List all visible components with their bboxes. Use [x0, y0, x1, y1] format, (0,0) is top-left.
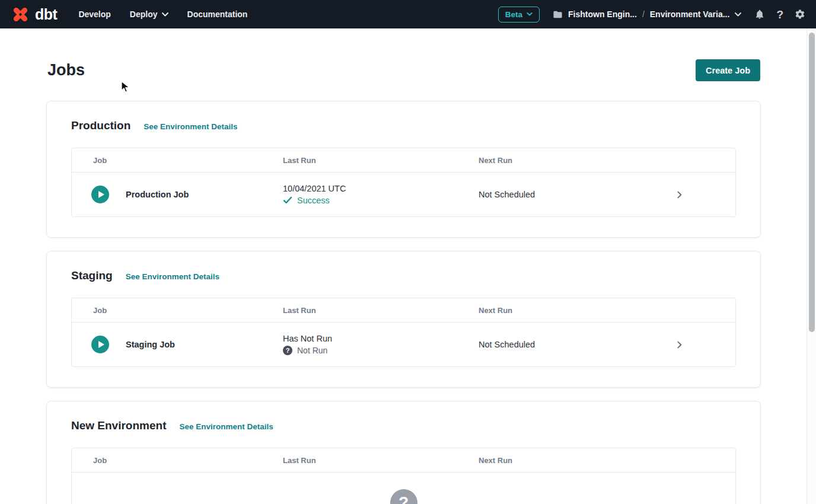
- nav-item-deploy[interactable]: Deploy: [130, 9, 168, 19]
- empty-jobs-state: ?: [72, 473, 735, 504]
- job-row-staging-job[interactable]: Staging Job Has Not Run ? Not Run Not Sc…: [72, 323, 735, 366]
- dbt-logo-text: dbt: [35, 6, 57, 23]
- job-row-open-button[interactable]: [623, 190, 735, 200]
- table-header-row: Job Last Run Next Run: [72, 148, 735, 173]
- see-environment-details-link[interactable]: See Environment Details: [126, 272, 219, 281]
- environment-card-staging: Staging See Environment Details Job Last…: [46, 251, 761, 388]
- page-title: Jobs: [47, 61, 85, 79]
- dbt-logo-icon: [11, 5, 30, 24]
- environment-card-production: Production See Environment Details Job L…: [46, 101, 761, 238]
- column-header-last-run: Last Run: [283, 156, 479, 165]
- environment-name: Staging: [71, 269, 113, 282]
- see-environment-details-link[interactable]: See Environment Details: [179, 422, 273, 431]
- chevron-right-icon: [674, 190, 684, 200]
- column-header-next-run: Next Run: [479, 156, 623, 165]
- last-run-date: 10/04/2021 UTC: [283, 184, 479, 193]
- job-name: Production Job: [126, 190, 189, 199]
- breadcrumb-project[interactable]: Fishtown Engin...: [568, 9, 637, 19]
- help-icon[interactable]: ?: [776, 9, 783, 20]
- chevron-down-icon: [527, 12, 533, 16]
- next-run-value: Not Scheduled: [479, 190, 623, 199]
- environment-name: Production: [71, 119, 130, 132]
- question-circle-icon: ?: [390, 489, 417, 504]
- job-name: Staging Job: [126, 340, 175, 349]
- table-header-row: Job Last Run Next Run: [72, 298, 735, 323]
- main-nav: Develop Deploy Documentation: [78, 9, 247, 19]
- play-icon: [98, 191, 104, 198]
- vertical-scrollbar-thumb[interactable]: [809, 33, 815, 332]
- last-run-status: Not Run: [297, 346, 327, 355]
- nav-item-documentation[interactable]: Documentation: [187, 9, 248, 19]
- beta-dropdown-button[interactable]: Beta: [498, 7, 540, 23]
- notifications-bell-icon[interactable]: [754, 9, 765, 20]
- project-breadcrumb[interactable]: Fishtown Engin... / Environment Varia...: [553, 9, 741, 20]
- dbt-logo[interactable]: dbt: [11, 5, 57, 24]
- last-run-status: Success: [297, 196, 330, 205]
- column-header-last-run: Last Run: [283, 456, 479, 465]
- column-header-next-run: Next Run: [479, 306, 623, 315]
- chevron-right-icon: [674, 340, 684, 350]
- beta-label: Beta: [505, 10, 522, 19]
- nav-item-label: Develop: [78, 9, 110, 19]
- jobs-table: Job Last Run Next Run ?: [71, 448, 736, 504]
- gear-icon[interactable]: [795, 9, 805, 20]
- column-header-next-run: Next Run: [479, 456, 623, 465]
- jobs-table: Job Last Run Next Run Production Job 10/…: [71, 148, 736, 217]
- environment-card-new-environment: New Environment See Environment Details …: [46, 401, 761, 504]
- job-row-open-button[interactable]: [623, 340, 735, 350]
- column-header-job: Job: [72, 306, 283, 315]
- checkmark-icon: [283, 196, 292, 205]
- see-environment-details-link[interactable]: See Environment Details: [144, 122, 237, 131]
- column-header-job: Job: [72, 156, 283, 165]
- chevron-down-icon: [735, 12, 741, 17]
- top-navigation: dbt Develop Deploy Documentation Beta: [0, 0, 816, 28]
- chevron-down-icon: [162, 12, 168, 17]
- last-run-date: Has Not Run: [283, 334, 479, 343]
- column-header-job: Job: [72, 456, 283, 465]
- run-job-play-button[interactable]: [91, 336, 109, 353]
- play-icon: [98, 341, 104, 348]
- nav-item-label: Documentation: [187, 9, 248, 19]
- question-circle-icon: ?: [283, 346, 292, 355]
- vertical-scrollbar-track[interactable]: [807, 28, 816, 504]
- column-header-last-run: Last Run: [283, 306, 479, 315]
- breadcrumb-current[interactable]: Environment Varia...: [650, 9, 730, 19]
- jobs-table: Job Last Run Next Run Staging Job Has No…: [71, 298, 736, 367]
- run-job-play-button[interactable]: [91, 186, 109, 203]
- next-run-value: Not Scheduled: [479, 340, 623, 349]
- table-header-row: Job Last Run Next Run: [72, 448, 735, 473]
- job-row-production-job[interactable]: Production Job 10/04/2021 UTC Success No…: [72, 173, 735, 216]
- nav-item-label: Deploy: [130, 9, 158, 19]
- create-job-button[interactable]: Create Job: [696, 59, 760, 81]
- breadcrumb-separator: /: [642, 9, 645, 19]
- jobs-page: Jobs Create Job Production See Environme…: [0, 59, 807, 504]
- environment-name: New Environment: [71, 419, 166, 432]
- nav-utility-icons: ?: [754, 9, 805, 20]
- nav-item-develop[interactable]: Develop: [78, 9, 110, 19]
- folder-icon: [553, 9, 563, 20]
